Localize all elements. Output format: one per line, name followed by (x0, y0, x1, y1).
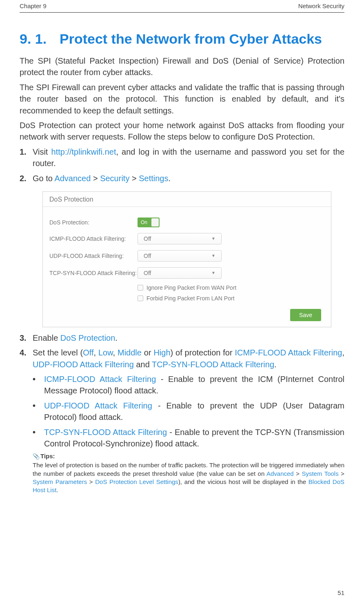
filter-udp: UDP-FlOOD Attack Filtering (33, 360, 134, 369)
select-value: Off (144, 253, 151, 259)
chevron-down-icon: ▼ (211, 271, 215, 275)
step-4: 4. Set the level (Off, Low, Middle or Hi… (20, 347, 344, 370)
icmp-select[interactable]: Off ▼ (138, 233, 222, 244)
step-2: 2. Go to Advanced > Security > Settings. (20, 173, 344, 184)
header-divider (20, 12, 344, 13)
tips-block: 📎Tips: The level of protection is based … (33, 453, 344, 494)
step-body: Set the level (Off, Low, Middle or High)… (33, 347, 344, 370)
step-1: 1. Visit http://tplinkwifi.net, and log … (20, 146, 344, 169)
bullet-icon: • (33, 426, 44, 450)
level-low: Low (98, 348, 113, 357)
nav-settings: Settings (139, 174, 168, 183)
intro-paragraph-2: The SPI Firewall can prevent cyber attac… (20, 82, 344, 116)
page-content: 9. 1.Protect the Network from Cyber Atta… (20, 0, 344, 494)
chevron-down-icon: ▼ (211, 253, 215, 258)
nav-security: Security (100, 174, 129, 183)
forbid-ping-lan-row: Forbid Ping Packet From LAN Port (138, 295, 324, 302)
step-body: Visit http://tplinkwifi.net, and log in … (33, 146, 344, 169)
intro-paragraph-1: The SPI (Stateful Packet Inspection) Fir… (20, 55, 344, 78)
page-number: 51 (337, 589, 344, 596)
tips-body: The level of protection is based on the … (33, 461, 344, 494)
step-number: 3. (20, 332, 33, 344)
paperclip-icon: 📎 (33, 453, 40, 459)
dos-toggle-row: DoS Protection: On (49, 218, 324, 227)
tips-nav-system-tools: System Tools (302, 470, 338, 477)
bullet-tcp: • TCP-SYN-FLOOD Attack Filtering - Enabl… (33, 426, 344, 450)
tips-label: Tips: (40, 453, 55, 459)
filter-tcp: TCP-SYN-FLOOD Attack Filtering (152, 360, 274, 369)
step-body: Go to Advanced > Security > Settings. (33, 173, 344, 184)
udp-term: UDP-FlOOD Attack Filtering (44, 401, 152, 410)
udp-select[interactable]: Off ▼ (138, 250, 222, 262)
tips-nav-dos-level: DoS Protection Level Settings (95, 478, 178, 485)
tcp-select[interactable]: Off ▼ (138, 267, 222, 279)
nav-advanced: Advanced (54, 174, 91, 183)
bullet-body: TCP-SYN-FLOOD Attack Filtering - Enable … (44, 426, 344, 450)
bullet-body: UDP-FlOOD Attack Filtering - Enable to p… (44, 400, 344, 423)
filter-icmp: ICMP-FLOOD Attack Filtering (235, 348, 342, 357)
ignore-ping-wan-label: Ignore Ping Packet From WAN Port (146, 284, 236, 291)
bullet-body: ICMP-FLOOD Attack Filtering - Enable to … (44, 373, 344, 397)
bullet-list: • ICMP-FLOOD Attack Filtering - Enable t… (33, 373, 344, 449)
bullet-udp: • UDP-FlOOD Attack Filtering - Enable to… (33, 400, 344, 423)
level-high: High (153, 348, 170, 357)
forbid-ping-lan-checkbox[interactable] (138, 295, 143, 301)
icmp-label: ICMP-FLOOD Attack Filtering: (49, 235, 138, 242)
page-header: Chapter 9 Network Security (20, 2, 344, 9)
icmp-term: ICMP-FLOOD Attack Filtering (44, 375, 156, 384)
heading-title: Protect the Network from Cyber Attacks (60, 31, 322, 47)
toggle-knob (151, 218, 159, 226)
tips-nav-system-parameters: System Parameters (33, 478, 87, 485)
step-number: 1. (20, 146, 33, 169)
udp-row: UDP-FLOOD Attack Filtering: Off ▼ (49, 250, 324, 262)
dos-protection-term: DoS Protection (60, 333, 115, 342)
step-number: 2. (20, 173, 33, 184)
forbid-ping-lan-label: Forbid Ping Packet From LAN Port (146, 295, 235, 302)
chevron-down-icon: ▼ (211, 236, 215, 241)
level-off: Off (83, 348, 93, 357)
section-heading: 9. 1.Protect the Network from Cyber Atta… (20, 31, 344, 47)
save-row: Save (49, 306, 324, 321)
tcp-label: TCP-SYN-FLOOD Attack Filtering: (49, 270, 138, 276)
tcp-term: TCP-SYN-FLOOD Attack Filtering (44, 428, 167, 437)
ignore-ping-wan-row: Ignore Ping Packet From WAN Port (138, 284, 324, 291)
chapter-label: Chapter 9 (20, 2, 47, 9)
step-3: 3. Enable DoS Protection. (20, 332, 344, 344)
ignore-ping-wan-checkbox[interactable] (138, 285, 143, 291)
toggle-state-text: On (141, 220, 147, 225)
icmp-row: ICMP-FLOOD Attack Filtering: Off ▼ (49, 233, 324, 244)
step-number: 4. (20, 347, 33, 370)
panel-title: DoS Protection (43, 192, 331, 207)
tplink-url-link[interactable]: http://tplinkwifi.net (51, 147, 116, 156)
dos-protection-label: DoS Protection: (49, 219, 138, 226)
udp-label: UDP-FLOOD Attack Filtering: (49, 253, 138, 259)
level-middle: Middle (118, 348, 142, 357)
bullet-icon: • (33, 373, 44, 397)
heading-number: 9. 1. (20, 31, 60, 47)
dos-protection-panel: DoS Protection DoS Protection: On ICMP-F… (42, 191, 331, 327)
step-body: Enable DoS Protection. (33, 332, 344, 344)
select-value: Off (144, 270, 151, 276)
tcp-row: TCP-SYN-FLOOD Attack Filtering: Off ▼ (49, 267, 324, 279)
save-button[interactable]: Save (290, 309, 321, 321)
section-label: Network Security (298, 2, 344, 9)
panel-body: DoS Protection: On ICMP-FLOOD Attack Fil… (43, 207, 331, 327)
dos-protection-toggle[interactable]: On (138, 218, 160, 227)
tips-header: 📎Tips: (33, 453, 344, 459)
intro-paragraph-3: DoS Protection can protect your home net… (20, 120, 344, 143)
bullet-icon: • (33, 400, 44, 423)
select-value: Off (144, 235, 151, 242)
tips-nav-advanced: Advanced (266, 470, 294, 477)
bullet-icmp: • ICMP-FLOOD Attack Filtering - Enable t… (33, 373, 344, 397)
